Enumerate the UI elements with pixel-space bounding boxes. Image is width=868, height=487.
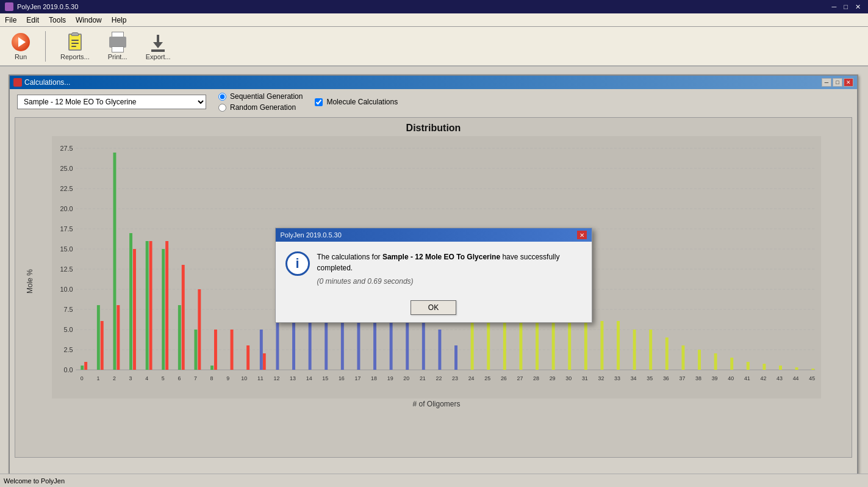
svg-rect-32	[210, 366, 213, 370]
svg-rect-68	[633, 330, 636, 370]
menu-file[interactable]: File	[0, 15, 21, 26]
svg-text:0.0: 0.0	[63, 366, 73, 373]
svg-text:30: 30	[565, 375, 572, 381]
dialog-close-button[interactable]: ✕	[577, 231, 587, 239]
svg-text:23: 23	[452, 375, 458, 381]
svg-text:21: 21	[420, 375, 426, 381]
svg-text:17.5: 17.5	[60, 225, 73, 233]
svg-text:8: 8	[210, 375, 213, 381]
svg-rect-66	[600, 321, 603, 370]
app-title: PolyJen 2019.0.5.30	[17, 3, 78, 10]
print-button[interactable]: Print...	[102, 30, 134, 63]
svg-text:11: 11	[257, 375, 264, 381]
maximize-button[interactable]: □	[841, 3, 850, 11]
print-icon	[108, 32, 127, 52]
svg-text:17: 17	[355, 375, 361, 381]
app-icon	[5, 2, 13, 11]
status-text: Welcome to PolyJen	[4, 477, 65, 485]
ok-button[interactable]: OK	[411, 300, 456, 315]
menu-window[interactable]: Window	[71, 15, 107, 26]
svg-text:40: 40	[728, 375, 734, 381]
dialog-content: i The calculations for Sample - 12 Mole …	[276, 242, 592, 295]
svg-text:37: 37	[679, 375, 685, 381]
svg-text:5.0: 5.0	[63, 326, 73, 333]
svg-text:1: 1	[96, 375, 99, 381]
sequential-radio-row[interactable]: Sequential Generation	[218, 92, 303, 101]
dialog-main-message: The calculations for Sample - 12 Mole EO…	[317, 251, 582, 273]
svg-rect-72	[698, 350, 701, 370]
svg-text:12: 12	[274, 375, 280, 381]
svg-rect-31	[194, 330, 197, 370]
chart-title: Distribution	[15, 118, 852, 136]
svg-text:7: 7	[194, 375, 197, 381]
svg-rect-67	[617, 321, 620, 370]
status-bar: Welcome to PolyJen	[0, 474, 868, 487]
inner-maximize-button[interactable]: □	[833, 78, 842, 87]
svg-text:24: 24	[468, 375, 475, 381]
inner-window-title: Calculations...	[24, 78, 70, 87]
svg-rect-36	[133, 249, 136, 370]
svg-text:35: 35	[647, 375, 653, 381]
svg-text:22.5: 22.5	[60, 185, 73, 192]
svg-text:6: 6	[178, 375, 181, 381]
svg-text:31: 31	[582, 375, 588, 381]
svg-text:25: 25	[484, 375, 490, 381]
svg-text:3: 3	[129, 375, 132, 381]
svg-rect-70	[665, 337, 669, 370]
svg-text:27.5: 27.5	[60, 145, 73, 152]
molecule-calc-checkbox[interactable]	[315, 98, 323, 106]
svg-rect-27	[129, 233, 132, 370]
svg-text:20.0: 20.0	[60, 205, 73, 212]
sequential-radio[interactable]	[218, 93, 226, 101]
inner-minimize-button[interactable]: ─	[822, 78, 831, 87]
svg-rect-79	[811, 369, 814, 370]
menu-tools[interactable]: Tools	[44, 15, 71, 26]
sample-dropdown[interactable]: Sample - 12 Mole EO To Glycerine	[17, 95, 206, 109]
export-button[interactable]: Export...	[140, 30, 177, 63]
svg-text:2.5: 2.5	[63, 346, 73, 353]
controls-area: Sample - 12 Mole EO To Glycerine Sequent…	[10, 89, 857, 115]
svg-rect-40	[198, 289, 201, 370]
svg-text:12.5: 12.5	[60, 265, 73, 273]
random-label: Random Generation	[230, 103, 296, 112]
svg-text:44: 44	[793, 375, 799, 381]
inner-close-button[interactable]: ✕	[844, 78, 853, 87]
svg-text:33: 33	[614, 375, 620, 381]
svg-rect-28	[146, 241, 149, 370]
svg-text:36: 36	[663, 375, 669, 381]
close-button[interactable]: ✕	[853, 3, 863, 11]
generation-radio-group: Sequential Generation Random Generation	[218, 92, 303, 112]
svg-rect-75	[747, 362, 750, 370]
minimize-button[interactable]: ─	[830, 3, 839, 11]
random-radio-row[interactable]: Random Generation	[218, 103, 303, 112]
svg-rect-44	[263, 353, 266, 370]
svg-text:42: 42	[760, 375, 766, 381]
svg-text:0: 0	[81, 375, 84, 381]
dialog-text: The calculations for Sample - 12 Mole EO…	[317, 251, 582, 286]
toolbar: Run Reports... Print...	[0, 27, 868, 67]
svg-text:5: 5	[162, 375, 165, 381]
reports-icon	[65, 32, 85, 52]
molecule-calc-row[interactable]: Molecule Calculations	[315, 98, 398, 106]
menu-edit[interactable]: Edit	[21, 15, 44, 26]
svg-rect-35	[117, 305, 120, 370]
svg-text:45: 45	[809, 375, 815, 381]
calculations-window: Calculations... ─ □ ✕ Sample - 12 Mole E…	[9, 74, 858, 476]
svg-text:20: 20	[403, 375, 409, 381]
svg-text:10.0: 10.0	[60, 286, 73, 293]
reports-button[interactable]: Reports...	[54, 30, 96, 63]
dialog-prefix: The calculations for	[317, 253, 382, 261]
svg-rect-74	[730, 358, 733, 370]
svg-rect-29	[162, 249, 165, 370]
sequential-label: Sequential Generation	[230, 92, 303, 101]
random-radio[interactable]	[218, 104, 226, 112]
svg-text:15: 15	[322, 375, 328, 381]
run-button[interactable]: Run	[5, 30, 37, 63]
svg-text:13: 13	[290, 375, 296, 381]
print-label: Print...	[108, 53, 127, 60]
menu-help[interactable]: Help	[107, 15, 132, 26]
svg-text:7.5: 7.5	[63, 306, 73, 313]
svg-rect-77	[779, 366, 782, 370]
svg-text:18: 18	[371, 375, 377, 381]
svg-rect-30	[178, 305, 181, 370]
